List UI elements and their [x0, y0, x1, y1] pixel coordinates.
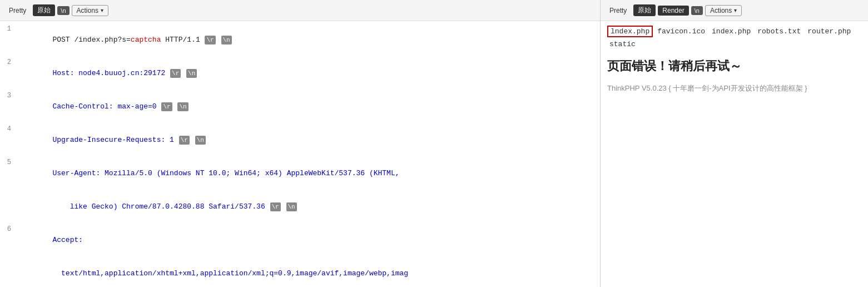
- right-yuanshi-button[interactable]: 原始: [633, 4, 656, 16]
- line-content: Accept:: [16, 224, 600, 257]
- table-row: 6 text/html,application/xhtml+xml,applic…: [0, 257, 600, 287]
- line-content: POST /index.php?s=captcha HTTP/1.1 \r \n: [16, 23, 600, 57]
- line-number: 4: [0, 123, 16, 157]
- line-content: Upgrade-Insecure-Requests: 1 \r \n: [16, 123, 600, 157]
- line-content: Cache-Control: max-age=0 \r \n: [16, 90, 600, 123]
- line-number: 5: [0, 157, 16, 190]
- table-row: 1 POST /index.php?s=captcha HTTP/1.1 \r …: [0, 23, 600, 57]
- left-toolbar: Pretty 原始 \n Actions ▾: [0, 0, 600, 21]
- pretty-button[interactable]: Pretty: [4, 6, 31, 16]
- line-number: 3: [0, 90, 16, 123]
- file-tab-static[interactable]: static: [607, 39, 638, 49]
- table-row: 5 User-Agent: Mozilla/5.0 (Windows NT 10…: [0, 157, 600, 190]
- table-row: 4 Upgrade-Insecure-Requests: 1 \r \n: [0, 123, 600, 157]
- line-number: 1: [0, 23, 16, 57]
- table-row: 2 Host: node4.buuoj.cn:29172 \r \n: [0, 57, 600, 90]
- line-content: User-Agent: Mozilla/5.0 (Windows NT 10.0…: [16, 157, 600, 190]
- file-tab-router[interactable]: router.php: [805, 27, 853, 36]
- thinkphp-info: ThinkPHP V5.0.23 { 十年磨一剑-为API开发设计的高性能框架 …: [607, 83, 861, 93]
- right-panel: Pretty 原始 Render \n Actions ▾ lndex.php …: [601, 0, 868, 287]
- chevron-down-icon: ▾: [101, 7, 103, 13]
- left-panel: Pretty 原始 \n Actions ▾ 1 POST /index.php…: [0, 0, 601, 287]
- line-content: like Gecko) Chrome/87.0.4280.88 Safari/5…: [16, 190, 600, 224]
- page-error-title: 页面错误！请稍后再试～: [607, 58, 861, 75]
- actions-button[interactable]: Actions ▾: [72, 5, 108, 16]
- table-row: 3 Cache-Control: max-age=0 \r \n: [0, 90, 600, 123]
- right-render-button[interactable]: Render: [658, 6, 688, 16]
- file-tab-index[interactable]: index.php: [710, 27, 753, 36]
- left-code-area[interactable]: 1 POST /index.php?s=captcha HTTP/1.1 \r …: [0, 21, 600, 287]
- right-pretty-button[interactable]: Pretty: [605, 6, 631, 16]
- line-number: 6: [0, 224, 16, 257]
- table-row: 6 Accept:: [0, 224, 600, 257]
- right-n-button[interactable]: \n: [691, 6, 703, 15]
- line-content: text/html,application/xhtml+xml,applicat…: [16, 257, 600, 287]
- file-tab-favicon[interactable]: favicon.ico: [655, 27, 707, 36]
- file-tab-lndex[interactable]: lndex.php: [607, 26, 653, 37]
- n-button[interactable]: \n: [57, 6, 69, 15]
- right-actions-label: Actions: [710, 7, 732, 14]
- file-tabs: lndex.php favicon.ico index.php robots.t…: [607, 26, 861, 49]
- table-row: 5 like Gecko) Chrome/87.0.4280.88 Safari…: [0, 190, 600, 224]
- actions-label: Actions: [77, 7, 98, 14]
- right-actions-button[interactable]: Actions ▾: [705, 5, 742, 16]
- right-content: lndex.php favicon.ico index.php robots.t…: [601, 21, 868, 287]
- file-tab-robots[interactable]: robots.txt: [755, 27, 803, 36]
- yuanshi-button[interactable]: 原始: [33, 4, 55, 16]
- right-toolbar: Pretty 原始 Render \n Actions ▾: [601, 0, 868, 21]
- line-number: 2: [0, 57, 16, 90]
- line-content: Host: node4.buuoj.cn:29172 \r \n: [16, 57, 600, 90]
- right-chevron-down-icon: ▾: [734, 7, 737, 13]
